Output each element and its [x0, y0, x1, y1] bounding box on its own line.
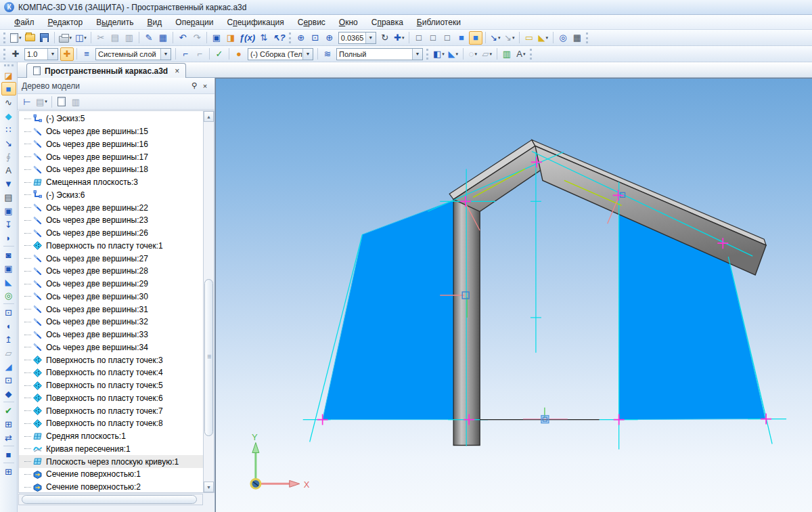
zoom-plus-button[interactable]: ⊕	[323, 31, 336, 45]
menu-item-4[interactable]: Вид	[141, 16, 168, 28]
hide-in-box-button[interactable]: ▭	[522, 31, 536, 45]
copy-properties-button[interactable]: ✎	[142, 31, 156, 45]
wedge-operation-button[interactable]: ◢	[1, 360, 16, 373]
spline-3d-button[interactable]: ∿	[1, 95, 16, 109]
layers-button[interactable]: ≡	[80, 47, 93, 61]
tree-item[interactable]: Поверхность по пласту точек:6	[19, 392, 203, 405]
tree-item[interactable]: Ось через две вершины:17	[19, 150, 203, 163]
tree-horizontal-scrollbar[interactable]	[18, 494, 203, 505]
selection-filter-body-dropdown-arrow[interactable]: ▾	[512, 35, 515, 41]
current-part-dropdown-arrow[interactable]: ▼	[302, 49, 313, 60]
tree-reports-button[interactable]: ▥	[69, 95, 83, 108]
measurements-button[interactable]: A	[1, 163, 16, 177]
menu-item-7[interactable]: Сервис	[292, 16, 332, 28]
tree-item[interactable]: Ось через две вершины:26	[19, 227, 203, 240]
scrollbar-thumb[interactable]	[204, 279, 213, 436]
model-structure-button[interactable]: ◨	[224, 31, 238, 45]
menu-item-2[interactable]: Редактор	[42, 16, 89, 28]
tree-item[interactable]: (-) Эскиз:5	[19, 112, 203, 125]
rotate-body-button[interactable]: ▣	[1, 261, 16, 275]
tree-item[interactable]: Ось через две вершины:33	[19, 328, 203, 341]
toolbar-grip[interactable]	[289, 33, 291, 43]
scroll-up-arrow[interactable]: ▲	[204, 111, 214, 122]
new-document-button[interactable]: ▾	[9, 31, 23, 45]
boss-operation-button[interactable]: ⊡	[1, 305, 16, 319]
operations-wedge-dropdown-arrow[interactable]: ▾	[456, 51, 459, 57]
tree-document-button[interactable]	[55, 95, 68, 108]
toolbar-grip[interactable]	[530, 49, 532, 60]
tree-item[interactable]: Ось через две вершины:22	[19, 201, 203, 214]
toolbar-grip[interactable]	[3, 33, 5, 43]
tree-item[interactable]: (-) Эскиз:6	[19, 189, 203, 202]
tree-item[interactable]: Сечение поверхностью:2	[19, 481, 203, 493]
tab-close-icon[interactable]: ×	[172, 66, 179, 76]
tree-item[interactable]: Ось через две вершины:30	[19, 291, 203, 303]
sketch-mode-button[interactable]: ⌐	[179, 47, 192, 61]
print-preview-dropdown-arrow[interactable]: ▾	[84, 35, 87, 41]
toolbar-grip[interactable]	[426, 49, 428, 60]
tree-item[interactable]: Ось через две вершины:29	[19, 278, 203, 291]
panel-close-icon[interactable]: ×	[200, 81, 210, 91]
display-detail-dropdown-arrow[interactable]: ▼	[412, 49, 422, 60]
print-dropdown-arrow[interactable]: ▾	[70, 35, 72, 41]
sketch-edit-button[interactable]: ⌐	[193, 47, 206, 61]
tree-item[interactable]: Поверхность по пласту точек:1	[19, 240, 203, 253]
attachments-button[interactable]: ∮	[1, 150, 16, 163]
tree-item[interactable]: Поверхность по пласту точек:5	[19, 379, 203, 392]
tree-item[interactable]: Ось через две вершины:28	[19, 265, 203, 278]
zoom-scale-combobox[interactable]: 0.0365▼	[338, 32, 376, 44]
wireframe-view-button[interactable]: □	[412, 31, 426, 45]
boxed-cube-operation-button[interactable]: ⊡	[1, 373, 16, 387]
copies-array-button[interactable]: ⊞	[1, 417, 16, 431]
tree-item[interactable]: Ось через две вершины:34	[19, 341, 203, 354]
auxiliary-geometry-button[interactable]: ↘	[1, 136, 16, 150]
tree-item[interactable]: Плоскость через плоскую кривую:1	[19, 455, 203, 468]
zoom-in-button[interactable]: ⊕	[294, 31, 308, 45]
step-value-dropdown-arrow[interactable]: ▼	[47, 49, 58, 60]
sync-settings-button[interactable]: ⇅	[257, 31, 271, 45]
current-step-button[interactable]: ✚	[9, 47, 22, 61]
extrude-body-button[interactable]: ◙	[1, 248, 16, 261]
paste-button[interactable]: ▥	[122, 31, 136, 45]
tree-view-mode-button[interactable]: ▤▾	[35, 95, 49, 108]
redo-button[interactable]: ↷	[190, 31, 204, 45]
approve-operation-button[interactable]: ✔	[1, 404, 16, 417]
scroll-down-arrow[interactable]: ▼	[204, 482, 214, 492]
context-help-button[interactable]: ↖?	[271, 31, 287, 45]
selection-filter-dropdown-arrow[interactable]: ▾	[498, 35, 501, 41]
hidden-lines-view-button[interactable]: □	[426, 31, 440, 45]
placement-button[interactable]: ↧	[1, 217, 16, 231]
move-view-dropdown-arrow[interactable]: ▾	[402, 35, 405, 41]
spiral-operation-button[interactable]: ◌▾	[466, 47, 480, 61]
rotate-model-button[interactable]: ◎	[556, 31, 570, 45]
tree-item[interactable]: Ось через две вершины:32	[19, 316, 203, 328]
display-detail-combobox[interactable]: Полный▼	[336, 48, 423, 60]
report-book-button[interactable]: ▥	[500, 47, 514, 61]
gray-operation-button[interactable]: ▱	[1, 346, 16, 360]
menu-item-8[interactable]: Окно	[333, 16, 364, 28]
orientation-settings-button[interactable]: ▦	[570, 31, 584, 45]
tree-item[interactable]: Поверхность по пласту точек:4	[19, 366, 203, 379]
current-layer-combobox[interactable]: Системный слой▼	[95, 48, 171, 60]
tree-structure-button[interactable]: ⊢	[20, 95, 34, 108]
tree-item[interactable]: Сечение поверхностью:1	[19, 468, 203, 481]
surfaces-button[interactable]: ◆	[1, 109, 16, 123]
spreadsheet-button[interactable]: ▦	[156, 31, 170, 45]
shaded-view-button[interactable]: ■	[455, 31, 468, 45]
stamp-operation-dropdown-arrow[interactable]: ▾	[490, 51, 493, 57]
operations-cube-button[interactable]: ◧▾	[432, 47, 446, 61]
tree-item[interactable]: Поверхность по пласту точек:3	[19, 354, 203, 366]
conditional-box-button[interactable]: ▣	[1, 204, 16, 217]
tree-item[interactable]: Ось через две вершины:15	[19, 125, 203, 138]
mirror-copy-button[interactable]: ⇄	[1, 431, 16, 444]
check-document-button[interactable]: ✓	[212, 47, 226, 61]
move-view-button[interactable]: ✚▾	[392, 31, 406, 45]
tree-item[interactable]: Средняя плоскость:1	[19, 430, 203, 443]
open-document-button[interactable]	[24, 31, 37, 45]
reports-button[interactable]: ▤	[1, 190, 16, 204]
hidden-thin-view-button[interactable]: □	[441, 31, 454, 45]
current-layer-dropdown-arrow[interactable]: ▼	[160, 49, 171, 60]
hscrollbar-thumb[interactable]	[22, 495, 197, 504]
print-button[interactable]: ▾	[58, 31, 74, 45]
tree-item[interactable]: Поверхность по пласту точек:8	[19, 417, 203, 430]
